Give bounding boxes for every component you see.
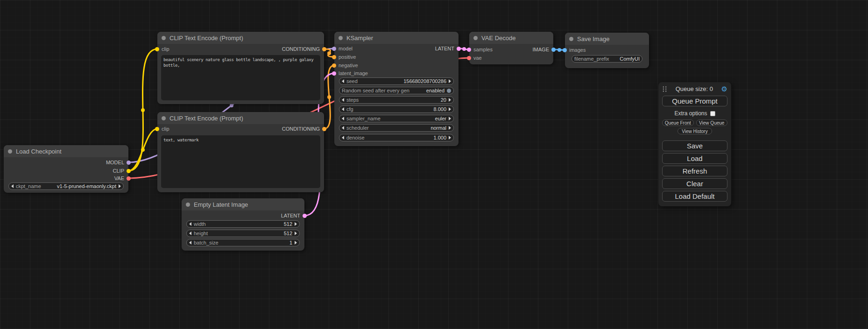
widget-value: 1.000 [433,135,446,140]
increment-arrow-icon[interactable] [295,241,297,245]
positive-input-port[interactable] [332,55,336,59]
collapse-dot-icon[interactable] [162,116,166,120]
clip-input-port[interactable] [155,127,159,131]
clip-input-port[interactable] [155,47,159,51]
node-titlebar[interactable]: CLIP Text Encode (Prompt) [157,32,324,44]
collapse-dot-icon[interactable] [569,37,573,41]
seed-widget[interactable]: seed 156680208700286 [339,77,454,85]
steps-widget[interactable]: steps 20 [339,96,454,104]
latent-image-input-port[interactable] [332,71,336,76]
collapse-dot-icon[interactable] [162,36,166,40]
decrement-arrow-icon[interactable] [11,184,14,188]
node-empty-latent-image[interactable]: Empty Latent Image LATENT width 512 heig… [182,198,304,251]
decrement-arrow-icon[interactable] [342,126,344,130]
node-ksampler[interactable]: KSampler model positive negative latent_… [334,32,459,146]
view-queue-button[interactable]: View Queue [696,119,728,126]
vae-output-port[interactable] [127,176,131,181]
decrement-arrow-icon[interactable] [342,117,344,120]
output-slot-model: MODEL [106,159,131,166]
samples-input-port[interactable] [467,48,471,52]
random-seed-toggle-widget[interactable]: Random seed after every gen enabled [339,87,454,94]
vae-input-port[interactable] [467,56,471,60]
load-button[interactable]: Load [662,153,727,164]
ckpt-name-widget[interactable]: ckpt_name v1-5-pruned-emaonly.ckpt [8,182,124,190]
model-output-port[interactable] [127,161,131,165]
model-input-port[interactable] [332,47,336,51]
conditioning-output-port[interactable] [322,127,326,131]
width-widget[interactable]: width 512 [186,220,300,228]
save-button[interactable]: Save [662,140,727,151]
queue-front-button[interactable]: Queue Front [662,119,694,126]
load-default-button[interactable]: Load Default [662,191,727,202]
widget-label: cfg [346,106,353,112]
node-save-image[interactable]: Save Image images filename_prefix ComfyU… [565,33,649,68]
node-clip-text-encode-negative[interactable]: CLIP Text Encode (Prompt) clip CONDITION… [157,112,324,192]
collapse-dot-icon[interactable] [473,36,478,40]
increment-arrow-icon[interactable] [449,117,451,120]
node-graph-canvas[interactable]: Load Checkpoint MODEL CLIP VAE ckpt_name… [0,0,868,329]
drag-handle-icon[interactable] [662,86,667,92]
clip-output-port[interactable] [127,169,131,173]
increment-arrow-icon[interactable] [449,79,451,83]
refresh-button[interactable]: Refresh [662,166,727,176]
node-load-checkpoint[interactable]: Load Checkpoint MODEL CLIP VAE ckpt_name… [4,145,128,193]
output-slot-vae: VAE [114,175,131,182]
sampler-name-widget[interactable]: sampler_name euler [339,115,454,122]
increment-arrow-icon[interactable] [449,98,451,102]
decrement-arrow-icon[interactable] [342,98,344,102]
queue-prompt-button[interactable]: Queue Prompt [662,96,727,106]
filename-prefix-widget[interactable]: filename_prefix ComfyUI [572,55,642,63]
increment-arrow-icon[interactable] [119,184,121,188]
node-titlebar[interactable]: Empty Latent Image [182,198,304,210]
view-history-button[interactable]: View History [677,128,712,134]
scheduler-widget[interactable]: scheduler normal [339,124,454,132]
clear-button[interactable]: Clear [662,178,727,189]
increment-arrow-icon[interactable] [449,107,451,111]
output-label: CONDITIONING [282,126,320,132]
node-titlebar[interactable]: KSampler [334,32,459,44]
collapse-dot-icon[interactable] [339,36,343,40]
node-title: Empty Latent Image [194,201,248,208]
node-titlebar[interactable]: Load Checkpoint [4,145,128,157]
wire-midpoint-dot [141,148,145,152]
decrement-arrow-icon[interactable] [189,222,191,226]
workflow-buttons: Save Load Refresh Clear Load Default [662,140,727,202]
images-input-port[interactable] [563,48,567,52]
node-title: VAE Decode [481,35,515,42]
node-title: CLIP Text Encode (Prompt) [169,115,243,122]
node-titlebar[interactable]: CLIP Text Encode (Prompt) [157,112,324,124]
latent-output-port[interactable] [303,214,307,218]
collapse-dot-icon[interactable] [8,149,12,154]
negative-prompt-textarea[interactable]: text, watermark [161,135,320,188]
increment-arrow-icon[interactable] [295,231,297,235]
decrement-arrow-icon[interactable] [342,79,344,83]
node-clip-text-encode-positive[interactable]: CLIP Text Encode (Prompt) clip CONDITION… [157,32,324,104]
cfg-widget[interactable]: cfg 8.000 [339,105,454,113]
decrement-arrow-icon[interactable] [342,136,344,140]
settings-gear-icon[interactable]: ⚙ [721,85,727,92]
conditioning-output-port[interactable] [322,47,326,51]
negative-input-port[interactable] [332,63,336,68]
denoise-widget[interactable]: denoise 1.000 [339,134,454,141]
input-label: latent_image [339,70,368,76]
decrement-arrow-icon[interactable] [189,241,191,245]
increment-arrow-icon[interactable] [449,136,451,140]
extra-options-checkbox[interactable] [710,111,715,116]
image-output-port[interactable] [551,48,556,52]
queue-menu-panel: Queue size: 0 ⚙ Queue Prompt Extra optio… [658,82,731,206]
node-vae-decode[interactable]: VAE Decode samples vae IMAGE [469,32,553,64]
node-titlebar[interactable]: Save Image [565,33,649,45]
decrement-arrow-icon[interactable] [342,107,344,111]
widget-label: sampler_name [346,116,381,121]
positive-prompt-textarea[interactable]: beautiful scenery nature glass bottle la… [161,55,320,100]
output-label: CLIP [113,168,124,174]
increment-arrow-icon[interactable] [295,222,297,226]
height-widget[interactable]: height 512 [186,230,300,237]
collapse-dot-icon[interactable] [186,203,190,207]
increment-arrow-icon[interactable] [449,126,451,130]
batch-size-widget[interactable]: batch_size 1 [186,239,300,246]
toggle-knob-icon[interactable] [447,89,451,93]
latent-output-port[interactable] [457,47,461,51]
decrement-arrow-icon[interactable] [189,231,191,235]
node-titlebar[interactable]: VAE Decode [469,32,553,44]
